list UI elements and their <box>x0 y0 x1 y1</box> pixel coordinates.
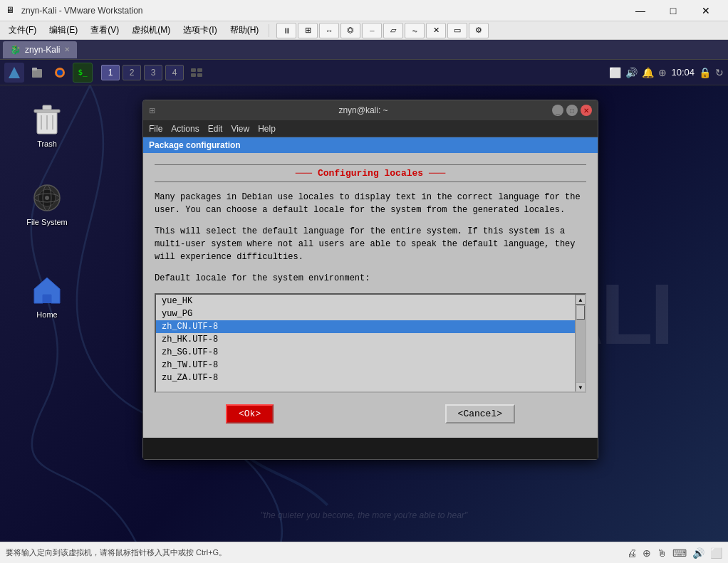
description-p1: Many packages in Debian use locales to d… <box>155 191 586 216</box>
status-icon-4[interactable]: ⌨ <box>672 547 687 559</box>
status-icon-1[interactable]: 🖨 <box>627 547 637 559</box>
svg-rect-8 <box>197 73 202 77</box>
scrollbar-down[interactable]: ▼ <box>576 382 586 392</box>
terminal-menu-help[interactable]: Help <box>258 124 276 134</box>
default-locale-label: Default locale for the system environmen… <box>155 272 586 285</box>
vm-tab-label: znyn-Kali <box>25 45 60 55</box>
title-bar: 🖥 znyn-Kali - VMware Workstation — □ ✕ <box>0 0 728 21</box>
svg-point-4 <box>57 70 63 75</box>
ok-button[interactable]: <Ok> <box>226 404 274 423</box>
status-text: 要将输入定向到该虚拟机，请将鼠标指针移入其中或按 Ctrl+G。 <box>6 547 227 558</box>
menu-vm[interactable]: 虚拟机(M) <box>126 23 176 38</box>
terminal-minimize[interactable]: _ <box>552 105 563 116</box>
menu-bar: 文件(F) 编辑(E) 查看(V) 虚拟机(M) 选项卡(I) 帮助(H) ⏸ … <box>0 21 728 40</box>
menu-help[interactable]: 帮助(H) <box>224 23 265 38</box>
status-icon-2[interactable]: ⊕ <box>643 547 651 559</box>
toolbar-group: ⏸ ⊞ ↔ ⏣ ⏤ ⏥ ⏦ ✕ ▭ ⚙ <box>276 23 489 38</box>
toolbar-btn-3[interactable]: ↔ <box>319 23 339 38</box>
locale-yuw-pg[interactable]: yuw_PG <box>156 307 575 320</box>
refresh-icon[interactable]: ↻ <box>715 67 724 78</box>
desktop: KALI "the quieter you become, the more y… <box>0 85 728 542</box>
firefox-icon[interactable] <box>50 63 70 83</box>
trash-icon-desktop[interactable]: Trash <box>19 100 76 151</box>
clock: 10:04 <box>671 67 695 78</box>
home-icon-image <box>30 273 64 307</box>
workspace-2[interactable]: 2 <box>123 65 141 80</box>
file-manager-icon[interactable] <box>27 63 47 83</box>
svg-rect-21 <box>43 295 51 303</box>
menu-file[interactable]: 文件(F) <box>3 23 42 38</box>
display-icon[interactable]: ⬜ <box>609 67 621 78</box>
toolbar-btn-6[interactable]: ⏥ <box>383 23 403 38</box>
toolbar-btn-5[interactable]: ⏤ <box>362 23 382 38</box>
toolbar-btn-10[interactable]: ⚙ <box>469 23 489 38</box>
terminal-menu-file[interactable]: File <box>149 124 162 134</box>
close-button[interactable]: ✕ <box>690 0 722 21</box>
toolbar-btn-9[interactable]: ▭ <box>447 23 467 38</box>
svg-rect-11 <box>43 105 51 110</box>
terminal-menu: File Actions Edit View Help <box>143 120 598 137</box>
scrollbar-thumb[interactable] <box>576 305 585 320</box>
vm-tab-kali[interactable]: 🐉 znyn-Kali ✕ <box>3 41 77 58</box>
svg-rect-7 <box>191 73 196 77</box>
kali-taskbar: $_ 1 2 3 4 ⬜ 🔊 🔔 ⊕ 10:04 🔒 ↻ <box>0 60 728 85</box>
toolbar-btn-7[interactable]: ⏦ <box>405 23 425 38</box>
locale-list-container[interactable]: yue_HK yuw_PG zh_CN.UTF-8 zh_HK.UTF-8 zh… <box>155 293 586 393</box>
svg-marker-0 <box>9 67 20 78</box>
terminal-menu-view[interactable]: View <box>231 124 249 134</box>
locale-zh-cn[interactable]: zh_CN.UTF-8 <box>156 320 575 333</box>
locale-zh-hk[interactable]: zh_HK.UTF-8 <box>156 333 575 346</box>
maximize-button[interactable]: □ <box>657 0 690 21</box>
kali-dragon-icon[interactable] <box>4 63 24 83</box>
terminal-menu-actions[interactable]: Actions <box>171 124 199 134</box>
menu-view[interactable]: 查看(V) <box>85 23 125 38</box>
volume-icon[interactable]: 🔊 <box>625 67 638 78</box>
toolbar-btn-2[interactable]: ⊞ <box>298 23 318 38</box>
workspace-switch-icon[interactable] <box>187 63 207 83</box>
notification-icon[interactable]: 🔔 <box>642 67 654 78</box>
filesystem-icon-desktop[interactable]: File System <box>19 178 76 229</box>
system-tray: ⬜ 🔊 🔔 ⊕ 10:04 🔒 ↻ <box>609 67 724 78</box>
minimize-button[interactable]: — <box>624 0 657 21</box>
locale-zu-za[interactable]: zu_ZA.UTF-8 <box>156 372 575 384</box>
filesystem-icon-image <box>30 181 64 215</box>
workspace-4[interactable]: 4 <box>165 65 184 80</box>
locale-yue-hk[interactable]: yue_HK <box>156 295 575 307</box>
power-icon[interactable]: ⊕ <box>658 67 667 78</box>
terminal-title: znyn@kali: ~ <box>175 105 552 115</box>
trash-label: Trash <box>37 140 57 148</box>
lock-icon[interactable]: 🔒 <box>699 67 711 78</box>
cancel-button[interactable]: <Cancel> <box>445 404 515 423</box>
status-icon-6[interactable]: ⬜ <box>710 547 722 559</box>
terminal-menu-edit[interactable]: Edit <box>208 124 223 134</box>
terminal-icon[interactable]: $_ <box>73 63 93 83</box>
home-icon-desktop[interactable]: Home <box>19 270 76 322</box>
svg-rect-10 <box>34 110 60 112</box>
menu-edit[interactable]: 编辑(E) <box>43 23 83 38</box>
pause-button[interactable]: ⏸ <box>276 23 296 38</box>
menu-tabs[interactable]: 选项卡(I) <box>177 23 222 38</box>
vm-tab-close[interactable]: ✕ <box>64 46 70 53</box>
status-icon-3[interactable]: 🖱 <box>657 547 667 559</box>
svg-rect-5 <box>191 68 196 72</box>
title-bar-left: 🖥 znyn-Kali - VMware Workstation <box>6 5 143 16</box>
window-title: znyn-Kali - VMware Workstation <box>21 6 143 16</box>
toolbar-btn-8[interactable]: ✕ <box>426 23 446 38</box>
dialog-content: ─── Configuring locales ─── Many package… <box>143 153 598 438</box>
terminal-maximize[interactable]: □ <box>566 105 578 116</box>
vm-tab-icon: 🐉 <box>10 45 21 55</box>
locale-list: yue_HK yuw_PG zh_CN.UTF-8 zh_HK.UTF-8 zh… <box>156 295 575 384</box>
scrollbar[interactable]: ▲ ▼ <box>575 295 585 391</box>
svg-rect-2 <box>32 68 37 70</box>
status-icon-5[interactable]: 🔊 <box>692 547 704 559</box>
terminal-titlebar: ⊞ znyn@kali: ~ _ □ ✕ <box>143 100 598 120</box>
toolbar-btn-4[interactable]: ⏣ <box>340 23 360 38</box>
terminal-controls: _ □ ✕ <box>552 105 592 116</box>
workspace-1[interactable]: 1 <box>101 65 120 80</box>
terminal-close[interactable]: ✕ <box>581 105 592 116</box>
locale-zh-tw[interactable]: zh_TW.UTF-8 <box>156 359 575 372</box>
terminal-input-area <box>143 438 598 459</box>
workspace-3[interactable]: 3 <box>144 65 162 80</box>
locale-zh-sg[interactable]: zh_SG.UTF-8 <box>156 346 575 359</box>
scrollbar-up[interactable]: ▲ <box>576 295 586 305</box>
